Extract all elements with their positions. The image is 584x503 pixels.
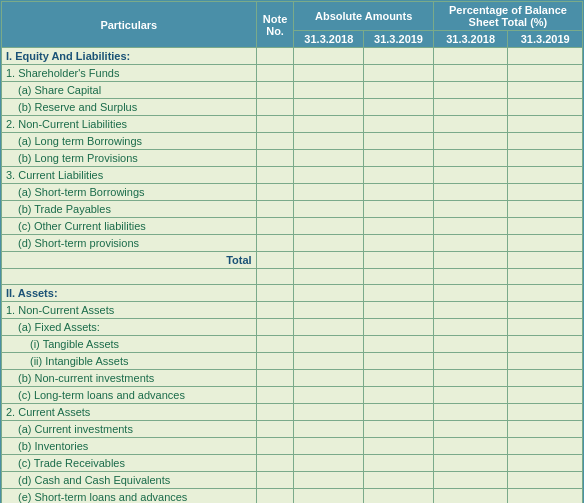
reserve-surplus-d4 [508, 99, 583, 116]
current-assets-d3 [433, 404, 508, 421]
current-assets-note [256, 404, 294, 421]
fixed-assets-label: (a) Fixed Assets: [2, 319, 257, 336]
sep-c6 [508, 269, 583, 285]
current-liabilities-label: 3. Current Liabilities [2, 167, 257, 184]
short-term-provisions-row: (d) Short-term provisions [2, 235, 583, 252]
total-d1-1 [294, 252, 364, 269]
long-term-borrowings-row: (a) Long term Borrowings [2, 133, 583, 150]
short-term-loans-d3 [433, 489, 508, 504]
note-no-header: Note No. [256, 2, 294, 48]
tangible-assets-d1 [294, 336, 364, 353]
non-current-investments-d1 [294, 370, 364, 387]
shareholders-funds-d3 [433, 65, 508, 82]
current-liabilities-row: 3. Current Liabilities [2, 167, 583, 184]
short-term-provisions-d4 [508, 235, 583, 252]
tangible-assets-label: (i) Tangible Assets [2, 336, 257, 353]
equity-liabilities-d2 [364, 48, 434, 65]
shareholders-funds-d1 [294, 65, 364, 82]
short-term-provisions-label: (d) Short-term provisions [2, 235, 257, 252]
assets-header-d4 [508, 285, 583, 302]
other-current-liabilities-d4 [508, 218, 583, 235]
trade-payables-note [256, 201, 294, 218]
non-current-liabilities-note [256, 116, 294, 133]
share-capital-d2 [364, 82, 434, 99]
share-capital-note [256, 82, 294, 99]
short-term-borrowings-d1 [294, 184, 364, 201]
non-current-liabilities-d1 [294, 116, 364, 133]
sep-c4 [364, 269, 434, 285]
shareholders-funds-label: 1. Shareholder's Funds [2, 65, 257, 82]
current-liabilities-d4 [508, 167, 583, 184]
share-capital-d1 [294, 82, 364, 99]
non-current-assets-d4 [508, 302, 583, 319]
absolute-amounts-header: Absolute Amounts [294, 2, 433, 31]
non-current-liabilities-label: 2. Non-Current Liabilities [2, 116, 257, 133]
cash-equivalents-d4 [508, 472, 583, 489]
long-term-provisions-row: (b) Long term Provisions [2, 150, 583, 167]
non-current-investments-label: (b) Non-current investments [2, 370, 257, 387]
separator-row [2, 269, 583, 285]
inventories-d3 [433, 438, 508, 455]
fixed-assets-row: (a) Fixed Assets: [2, 319, 583, 336]
current-investments-d3 [433, 421, 508, 438]
intangible-assets-d4 [508, 353, 583, 370]
non-current-investments-d3 [433, 370, 508, 387]
non-current-assets-d2 [364, 302, 434, 319]
total-label-1: Total [2, 252, 257, 269]
cash-equivalents-note [256, 472, 294, 489]
short-term-borrowings-row: (a) Short-term Borrowings [2, 184, 583, 201]
date3-header: 31.3.2018 [433, 31, 508, 48]
trade-payables-row: (b) Trade Payables [2, 201, 583, 218]
short-term-borrowings-d3 [433, 184, 508, 201]
trade-receivables-d3 [433, 455, 508, 472]
intangible-assets-note [256, 353, 294, 370]
cash-equivalents-d3 [433, 472, 508, 489]
tangible-assets-note [256, 336, 294, 353]
non-current-assets-d1 [294, 302, 364, 319]
other-current-liabilities-d2 [364, 218, 434, 235]
long-term-loans-row: (c) Long-term loans and advances [2, 387, 583, 404]
cash-equivalents-d2 [364, 472, 434, 489]
trade-receivables-d2 [364, 455, 434, 472]
tangible-assets-d2 [364, 336, 434, 353]
trade-payables-d2 [364, 201, 434, 218]
trade-receivables-label: (c) Trade Receivables [2, 455, 257, 472]
non-current-liabilities-row: 2. Non-Current Liabilities [2, 116, 583, 133]
current-assets-label: 2. Current Assets [2, 404, 257, 421]
non-current-investments-note [256, 370, 294, 387]
non-current-assets-label: 1. Non-Current Assets [2, 302, 257, 319]
reserve-surplus-label: (b) Reserve and Surplus [2, 99, 257, 116]
sep-c1 [2, 269, 257, 285]
fixed-assets-d1 [294, 319, 364, 336]
fixed-assets-note [256, 319, 294, 336]
current-assets-row: 2. Current Assets [2, 404, 583, 421]
reserve-surplus-note [256, 99, 294, 116]
share-capital-row: (a) Share Capital [2, 82, 583, 99]
assets-header-d3 [433, 285, 508, 302]
short-term-provisions-d3 [433, 235, 508, 252]
non-current-assets-row: 1. Non-Current Assets [2, 302, 583, 319]
shareholders-funds-note [256, 65, 294, 82]
long-term-provisions-d3 [433, 150, 508, 167]
equity-liabilities-header-row: I. Equity And Liabilities: [2, 48, 583, 65]
share-capital-d4 [508, 82, 583, 99]
share-capital-d3 [433, 82, 508, 99]
inventories-d4 [508, 438, 583, 455]
current-liabilities-note [256, 167, 294, 184]
trade-payables-d3 [433, 201, 508, 218]
trade-payables-d1 [294, 201, 364, 218]
short-term-borrowings-d2 [364, 184, 434, 201]
shareholders-funds-row: 1. Shareholder's Funds [2, 65, 583, 82]
inventories-d1 [294, 438, 364, 455]
total-d4-1 [508, 252, 583, 269]
current-investments-label: (a) Current investments [2, 421, 257, 438]
long-term-provisions-d4 [508, 150, 583, 167]
cash-equivalents-row: (d) Cash and Cash Equivalents [2, 472, 583, 489]
long-term-borrowings-d4 [508, 133, 583, 150]
inventories-d2 [364, 438, 434, 455]
cash-equivalents-d1 [294, 472, 364, 489]
long-term-loans-d4 [508, 387, 583, 404]
current-liabilities-d1 [294, 167, 364, 184]
current-investments-d1 [294, 421, 364, 438]
other-current-liabilities-d3 [433, 218, 508, 235]
